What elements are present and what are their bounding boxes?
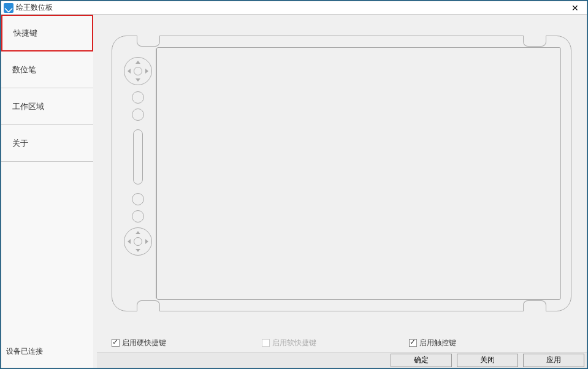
sidebar-item-label: 工作区域 bbox=[12, 101, 44, 112]
sidebar-item-shortcuts[interactable]: 快捷键 bbox=[1, 15, 93, 51]
tablet-notch bbox=[523, 36, 546, 47]
dpad-up-icon bbox=[136, 61, 140, 64]
window-title: 绘王数位板 bbox=[16, 2, 566, 13]
tablet-button[interactable] bbox=[132, 210, 144, 223]
tablet-notch bbox=[523, 300, 546, 311]
tablet-notch bbox=[137, 300, 160, 311]
tablet-screen-area bbox=[156, 47, 561, 300]
status-text: 设备已连接 bbox=[6, 346, 43, 357]
tablet-notch bbox=[137, 36, 160, 47]
ok-button[interactable]: 确定 bbox=[391, 354, 452, 367]
dpad-left-icon bbox=[128, 69, 131, 74]
sidebar: 快捷键 数位笔 工作区域 关于 bbox=[1, 15, 93, 368]
tablet-button[interactable] bbox=[132, 193, 144, 205]
dpad-right-icon bbox=[145, 69, 148, 74]
dpad-up-icon bbox=[136, 231, 140, 234]
sidebar-item-workarea[interactable]: 工作区域 bbox=[1, 88, 93, 125]
tablet-button[interactable] bbox=[132, 91, 144, 104]
checkbox-enable-soft-keys: 启用软快捷键 bbox=[262, 338, 409, 348]
dpad-top[interactable] bbox=[124, 57, 152, 85]
sidebar-item-label: 关于 bbox=[12, 138, 28, 149]
checkbox-label: 启用软快捷键 bbox=[272, 338, 316, 348]
checkbox-row: 启用硬快捷键 启用软快捷键 启用触控键 bbox=[112, 338, 571, 348]
checkbox-label: 启用触控键 bbox=[419, 338, 456, 348]
app-window: 绘王数位板 ✕ 快捷键 数位笔 工作区域 关于 bbox=[1, 1, 587, 368]
dpad-center-icon bbox=[134, 237, 142, 246]
dpad-down-icon bbox=[136, 78, 140, 82]
tablet-slider[interactable] bbox=[133, 129, 143, 184]
checkbox-enable-touch-keys[interactable]: 启用触控键 bbox=[409, 338, 456, 348]
tablet-outline bbox=[112, 36, 571, 311]
close-icon[interactable]: ✕ bbox=[566, 1, 584, 15]
checkbox-icon bbox=[409, 339, 417, 347]
sidebar-item-pen[interactable]: 数位笔 bbox=[1, 51, 93, 88]
checkbox-icon bbox=[112, 339, 120, 347]
dpad-center-icon bbox=[134, 67, 142, 75]
dpad-bottom[interactable] bbox=[124, 227, 152, 256]
dpad-left-icon bbox=[128, 239, 131, 244]
tablet-diagram bbox=[112, 36, 571, 311]
app-icon bbox=[4, 3, 13, 13]
checkbox-label: 启用硬快捷键 bbox=[122, 338, 166, 348]
sidebar-item-label: 数位笔 bbox=[12, 64, 36, 75]
content-panel: 启用硬快捷键 启用软快捷键 启用触控键 bbox=[93, 15, 587, 368]
button-label: 确定 bbox=[414, 355, 429, 365]
dialog-button-row: 确定 关闭 应用 bbox=[97, 352, 587, 368]
main-area: 快捷键 数位笔 工作区域 关于 bbox=[1, 15, 587, 368]
close-button[interactable]: 关闭 bbox=[457, 354, 518, 367]
apply-button[interactable]: 应用 bbox=[523, 354, 584, 367]
button-label: 应用 bbox=[546, 355, 561, 365]
checkbox-enable-hard-keys[interactable]: 启用硬快捷键 bbox=[112, 338, 262, 348]
titlebar: 绘王数位板 ✕ bbox=[1, 1, 587, 15]
sidebar-item-about[interactable]: 关于 bbox=[1, 125, 93, 162]
tablet-button[interactable] bbox=[132, 108, 144, 121]
dpad-down-icon bbox=[136, 249, 140, 252]
sidebar-item-label: 快捷键 bbox=[13, 28, 37, 39]
button-label: 关闭 bbox=[480, 355, 495, 365]
dpad-right-icon bbox=[145, 239, 148, 244]
checkbox-icon bbox=[262, 339, 270, 347]
tablet-button-panel bbox=[120, 48, 156, 299]
